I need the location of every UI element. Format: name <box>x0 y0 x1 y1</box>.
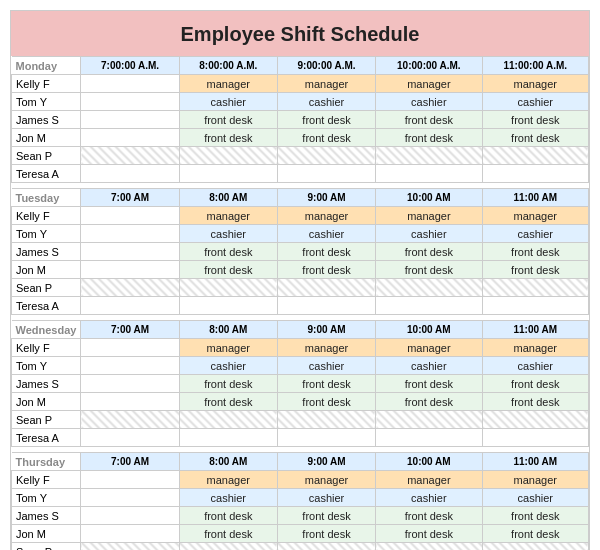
table-row: James Sfront deskfront deskfront deskfro… <box>12 375 589 393</box>
table-row: James Sfront deskfront deskfront deskfro… <box>12 243 589 261</box>
shift-cell: front desk <box>376 129 482 147</box>
table-row: Tom Ycashiercashiercashiercashier <box>12 489 589 507</box>
shift-cell: cashier <box>376 93 482 111</box>
time-header-cell: 11:00 AM <box>482 321 588 339</box>
shift-cell: cashier <box>179 225 277 243</box>
shift-cell <box>277 429 375 447</box>
shift-cell: cashier <box>277 225 375 243</box>
shift-cell: manager <box>277 75 375 93</box>
shift-cell: front desk <box>179 243 277 261</box>
shift-cell <box>376 147 482 165</box>
shift-cell: cashier <box>277 93 375 111</box>
employee-name: Jon M <box>12 129 81 147</box>
employee-name: Tom Y <box>12 225 81 243</box>
shift-cell: front desk <box>277 507 375 525</box>
shift-cell <box>376 297 482 315</box>
shift-cell: front desk <box>277 393 375 411</box>
shift-cell <box>81 393 179 411</box>
employee-name: Sean P <box>12 279 81 297</box>
shift-cell <box>81 111 179 129</box>
shift-cell: manager <box>482 75 588 93</box>
shift-cell: cashier <box>482 357 588 375</box>
shift-cell: front desk <box>482 393 588 411</box>
schedule-table: Monday7:00:00 A.M.8:00:00 A.M.9:00:00 A.… <box>11 56 589 550</box>
table-row: Teresa A <box>12 297 589 315</box>
shift-cell: cashier <box>482 225 588 243</box>
employee-name: Jon M <box>12 525 81 543</box>
shift-cell: manager <box>376 471 482 489</box>
table-row: Jon Mfront deskfront deskfront deskfront… <box>12 261 589 279</box>
employee-name: Tom Y <box>12 93 81 111</box>
shift-cell: manager <box>482 471 588 489</box>
shift-cell: front desk <box>277 111 375 129</box>
time-header-cell: 9:00 AM <box>277 453 375 471</box>
shift-cell <box>376 165 482 183</box>
shift-cell <box>81 75 179 93</box>
shift-cell <box>482 297 588 315</box>
table-row: Teresa A <box>12 165 589 183</box>
shift-cell <box>277 165 375 183</box>
shift-cell <box>376 279 482 297</box>
table-row: Jon Mfront deskfront deskfront deskfront… <box>12 393 589 411</box>
time-header-cell: 7:00:00 A.M. <box>81 57 179 75</box>
shift-cell: front desk <box>376 507 482 525</box>
shift-cell: front desk <box>179 375 277 393</box>
employee-name: Tom Y <box>12 357 81 375</box>
shift-cell: manager <box>179 471 277 489</box>
shift-cell <box>277 543 375 551</box>
employee-name: Sean P <box>12 543 81 551</box>
shift-cell: front desk <box>376 525 482 543</box>
shift-cell: front desk <box>179 525 277 543</box>
time-header-cell: 11:00 AM <box>482 189 588 207</box>
day-header: Thursday7:00 AM8:00 AM9:00 AM10:00 AM11:… <box>12 453 589 471</box>
table-row: Tom Ycashiercashiercashiercashier <box>12 357 589 375</box>
shift-cell <box>81 225 179 243</box>
shift-cell: front desk <box>179 507 277 525</box>
shift-cell: front desk <box>277 243 375 261</box>
shift-cell <box>81 147 179 165</box>
time-header-cell: 7:00 AM <box>81 453 179 471</box>
employee-name: Kelly F <box>12 75 81 93</box>
shift-cell: front desk <box>179 111 277 129</box>
shift-cell: cashier <box>179 93 277 111</box>
time-header-cell: 10:00 AM <box>376 453 482 471</box>
shift-cell <box>179 411 277 429</box>
table-row: Kelly Fmanagermanagermanagermanager <box>12 471 589 489</box>
time-header-cell: 7:00 AM <box>81 321 179 339</box>
table-row: James Sfront deskfront deskfront deskfro… <box>12 111 589 129</box>
day-header: Tuesday7:00 AM8:00 AM9:00 AM10:00 AM11:0… <box>12 189 589 207</box>
employee-name: Kelly F <box>12 339 81 357</box>
time-header-cell: 9:00 AM <box>277 189 375 207</box>
employee-name: James S <box>12 507 81 525</box>
employee-name: James S <box>12 375 81 393</box>
day-label: Monday <box>12 57 81 75</box>
shift-cell: front desk <box>179 129 277 147</box>
shift-cell <box>179 543 277 551</box>
shift-cell <box>179 279 277 297</box>
shift-cell <box>81 411 179 429</box>
shift-cell: manager <box>179 207 277 225</box>
time-header-cell: 8:00 AM <box>179 189 277 207</box>
table-row: James Sfront deskfront deskfront deskfro… <box>12 507 589 525</box>
shift-cell <box>81 261 179 279</box>
shift-cell: manager <box>277 207 375 225</box>
table-row: Sean P <box>12 147 589 165</box>
time-header-cell: 10:00 AM <box>376 321 482 339</box>
page-wrapper: Employee Shift Schedule Monday7:00:00 A.… <box>10 10 590 550</box>
shift-cell <box>179 165 277 183</box>
shift-cell <box>179 429 277 447</box>
shift-cell: front desk <box>277 525 375 543</box>
employee-name: James S <box>12 243 81 261</box>
day-header: Monday7:00:00 A.M.8:00:00 A.M.9:00:00 A.… <box>12 57 589 75</box>
table-row: Tom Ycashiercashiercashiercashier <box>12 225 589 243</box>
time-header-cell: 10:00:00 A.M. <box>376 57 482 75</box>
shift-cell <box>81 243 179 261</box>
employee-name: Kelly F <box>12 207 81 225</box>
shift-cell: manager <box>376 207 482 225</box>
shift-cell <box>482 165 588 183</box>
time-header-cell: 8:00 AM <box>179 453 277 471</box>
employee-name: Teresa A <box>12 297 81 315</box>
shift-cell: front desk <box>482 243 588 261</box>
employee-name: Jon M <box>12 393 81 411</box>
shift-cell <box>81 429 179 447</box>
